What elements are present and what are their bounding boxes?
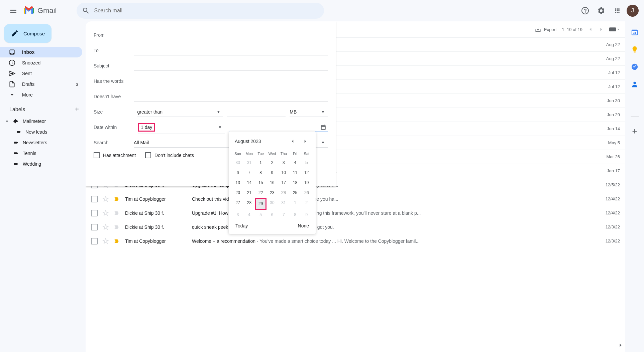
pager-prev-icon[interactable] (586, 25, 595, 34)
calendar-day[interactable]: 20 (232, 188, 243, 198)
calendar-day[interactable]: 7 (243, 168, 255, 178)
calendar-day[interactable]: 19 (301, 178, 312, 188)
calendar-day[interactable]: 1 (255, 158, 266, 168)
calendar-day[interactable]: 29 (255, 198, 266, 210)
email-checkbox[interactable] (91, 210, 98, 216)
email-checkbox[interactable] (91, 238, 98, 244)
calendar-day[interactable]: 25 (289, 188, 301, 198)
calendar-day[interactable]: 3 (232, 210, 243, 220)
calendar-day[interactable]: 8 (255, 168, 266, 178)
calendar-app-icon[interactable]: 31 (631, 28, 639, 36)
sidebar-item-inbox[interactable]: Inbox (0, 47, 82, 57)
apps-icon[interactable] (611, 4, 624, 17)
email-row[interactable]: Dickie at Ship 30 f. quick sneak peek fo… (86, 220, 625, 234)
calendar-day[interactable]: 5 (255, 210, 266, 220)
calendar-day[interactable]: 28 (243, 198, 255, 210)
calendar-day[interactable]: 9 (266, 168, 278, 178)
calendar-day[interactable]: 5 (301, 158, 312, 168)
label-tennis[interactable]: Tennis (0, 148, 86, 159)
settings-icon[interactable] (595, 4, 608, 17)
addon-icon[interactable] (631, 98, 639, 106)
compose-button[interactable]: Compose (4, 24, 51, 43)
keep-app-icon[interactable] (631, 45, 639, 53)
calendar-day[interactable]: 9 (301, 210, 312, 220)
avatar[interactable]: J (627, 5, 639, 17)
add-label-icon[interactable]: + (75, 106, 79, 113)
label-mailmeteor[interactable]: ▼ Mailmeteor (0, 116, 86, 127)
calendar-day[interactable]: 17 (278, 178, 289, 188)
email-row[interactable]: Tim at Copyblogger Welcome + a recommend… (86, 234, 625, 248)
calendar-next-icon[interactable] (301, 137, 310, 146)
label-wedding[interactable]: Wedding (0, 159, 86, 169)
email-row[interactable]: Tim at Copyblogger Check out this vidn h… (86, 192, 625, 206)
important-icon[interactable] (114, 238, 120, 244)
calendar-day[interactable]: 31 (243, 158, 255, 168)
has-attachment-checkbox[interactable]: Has attachment (94, 152, 136, 158)
calendar-day[interactable]: 12 (301, 168, 312, 178)
expand-panel-icon[interactable] (617, 342, 624, 349)
input-mode-icon[interactable] (609, 27, 620, 31)
contacts-app-icon[interactable] (631, 80, 639, 88)
email-checkbox[interactable] (91, 224, 98, 230)
calendar-day[interactable]: 13 (232, 178, 243, 188)
pager-next-icon[interactable] (597, 25, 606, 34)
dont-include-chats-checkbox[interactable]: Don't include chats (145, 152, 194, 158)
tasks-app-icon[interactable] (631, 63, 639, 71)
calendar-day[interactable]: 16 (266, 178, 278, 188)
calendar-day[interactable]: 24 (278, 188, 289, 198)
important-icon[interactable] (114, 210, 120, 216)
calendar-day[interactable]: 2 (301, 198, 312, 210)
label-newsletters[interactable]: Newsletters (0, 137, 86, 148)
calendar-day[interactable]: 15 (255, 178, 266, 188)
calendar-day[interactable]: 7 (278, 210, 289, 220)
important-icon[interactable] (114, 224, 120, 230)
calendar-day[interactable]: 6 (266, 210, 278, 220)
help-icon[interactable] (578, 4, 592, 17)
calendar-day[interactable]: 30 (266, 198, 278, 210)
label-new-leads[interactable]: New leads (0, 127, 86, 137)
calendar-day[interactable]: 4 (289, 158, 301, 168)
calendar-day[interactable]: 1 (289, 198, 301, 210)
calendar-day[interactable]: 8 (289, 210, 301, 220)
calendar-day[interactable]: 27 (232, 198, 243, 210)
important-icon[interactable] (114, 196, 120, 202)
date-input[interactable] (229, 122, 328, 132)
email-checkbox[interactable] (91, 196, 98, 202)
sidebar-item-drafts[interactable]: Drafts 3 (0, 79, 82, 90)
calendar-today-button[interactable]: Today (235, 223, 248, 228)
size-unit-select[interactable]: MB▼ (290, 107, 328, 117)
calendar-day[interactable]: 18 (289, 178, 301, 188)
export-button[interactable]: Export (535, 26, 557, 33)
calendar-day[interactable]: 10 (278, 168, 289, 178)
star-icon[interactable] (102, 210, 109, 216)
sidebar-item-snoozed[interactable]: Snoozed (0, 57, 82, 68)
star-icon[interactable] (102, 238, 109, 244)
calendar-day[interactable]: 11 (289, 168, 301, 178)
has-words-input[interactable] (134, 76, 328, 86)
from-input[interactable] (134, 30, 328, 40)
email-row[interactable]: Dickie at Ship 30 f. Upgrade #1: How To … (86, 206, 625, 220)
search-bar[interactable] (77, 3, 324, 19)
hamburger-menu-icon[interactable] (5, 3, 21, 19)
calendar-day[interactable]: 21 (243, 188, 255, 198)
add-addon-icon[interactable] (631, 127, 639, 135)
size-operator-select[interactable]: greater than▼ (137, 107, 223, 117)
calendar-day[interactable]: 22 (255, 188, 266, 198)
calendar-day[interactable]: 2 (266, 158, 278, 168)
calendar-none-button[interactable]: None (298, 223, 309, 228)
size-value-input[interactable] (227, 107, 286, 117)
star-icon[interactable] (102, 196, 109, 202)
calendar-day[interactable]: 3 (278, 158, 289, 168)
calendar-prev-icon[interactable] (288, 137, 297, 146)
search-input[interactable] (94, 8, 319, 14)
calendar-day[interactable]: 26 (301, 188, 312, 198)
sidebar-item-sent[interactable]: Sent (0, 68, 82, 79)
subject-input[interactable] (134, 61, 328, 71)
calendar-day[interactable]: 4 (243, 210, 255, 220)
calendar-icon[interactable] (320, 124, 326, 130)
sidebar-item-more[interactable]: More (0, 90, 82, 100)
star-icon[interactable] (102, 224, 109, 230)
calendar-day[interactable]: 30 (232, 158, 243, 168)
calendar-day[interactable]: 6 (232, 168, 243, 178)
gmail-logo[interactable]: Gmail (23, 5, 57, 17)
